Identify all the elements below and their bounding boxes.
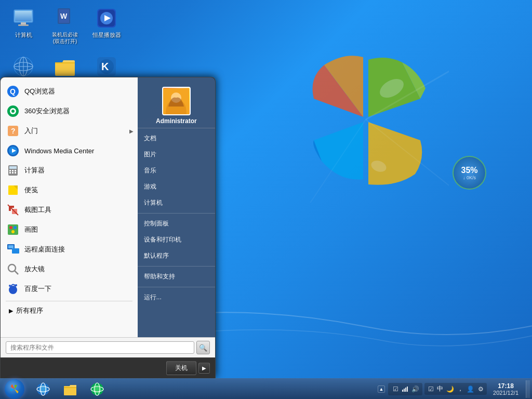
network-icon xyxy=(12,56,34,77)
menu-item-calculator[interactable]: 计算器 xyxy=(1,161,138,180)
menu-item-remote-desktop[interactable]: 远程桌面连接 xyxy=(1,240,138,259)
hengxing-label: 恒星播放器 xyxy=(92,31,121,38)
right-divider-3 xyxy=(138,287,215,287)
taskbar-programs xyxy=(30,380,110,398)
submenu-arrow: ▶ xyxy=(129,128,134,134)
word-doc-icon: W xyxy=(54,7,76,29)
right-menu-devices[interactable]: 设备和打印机 xyxy=(138,232,215,248)
ime-checkbox[interactable]: ☑ xyxy=(427,385,435,393)
taskbar-explorer[interactable] xyxy=(57,380,83,398)
svg-rect-43 xyxy=(15,172,16,174)
calculator-icon xyxy=(6,163,20,178)
menu-item-baidu[interactable]: 百度一下 xyxy=(1,279,138,299)
ime-bar: ☑ 中 🌙 ， 👤 ⚙ xyxy=(424,383,487,395)
notify-expand-button[interactable]: ▲ xyxy=(378,385,385,393)
right-menu-default-programs[interactable]: 默认程序 xyxy=(138,248,215,264)
right-menu-music[interactable]: 音乐 xyxy=(138,163,215,179)
svg-point-55 xyxy=(9,286,17,294)
computer-icon-label: 计算机 xyxy=(15,31,32,38)
spacer xyxy=(1,318,138,337)
tray-volume-icon[interactable]: 🔊 xyxy=(411,385,419,393)
net-speed-widget: 35% ↓ 0K/s xyxy=(453,156,486,190)
search-button[interactable]: 🔍 xyxy=(196,341,210,354)
svg-rect-22 xyxy=(55,62,75,63)
svg-rect-40 xyxy=(15,170,16,171)
desktop-icon-row-1: 计算机 W 装机后必读(双击打开) xyxy=(5,5,125,47)
shutdown-arrow-button[interactable]: ▶ xyxy=(198,363,210,374)
svg-rect-51 xyxy=(12,248,19,254)
svg-text:Q: Q xyxy=(10,87,16,96)
ime-gear-icon[interactable]: ⚙ xyxy=(476,385,485,393)
ime-moon-button[interactable]: 🌙 xyxy=(445,385,455,393)
menu-item-magnifier[interactable]: 放大镜 xyxy=(1,259,138,279)
show-desktop-button[interactable] xyxy=(526,380,530,398)
computer-icon xyxy=(12,7,34,29)
svg-rect-73 xyxy=(407,387,408,392)
right-menu-pictures[interactable]: 图片 xyxy=(138,147,215,163)
svg-point-48 xyxy=(14,226,17,229)
net-speed: ↓ 0K/s xyxy=(463,175,476,180)
taskbar-ie[interactable] xyxy=(30,380,56,398)
menu-item-paint[interactable]: 画图 xyxy=(1,220,138,240)
desktop: 35% ↓ 0K/s xyxy=(0,0,532,399)
menu-item-intro[interactable]: ? 入门 ▶ xyxy=(1,121,138,141)
menu-item-wmc[interactable]: Windows Media Center xyxy=(1,141,138,161)
intro-icon: ? xyxy=(6,124,20,138)
svg-rect-72 xyxy=(405,388,406,392)
menu-item-all-programs[interactable]: ▶ 所有程序 xyxy=(1,303,138,318)
svg-point-53 xyxy=(8,264,16,272)
baidu-icon xyxy=(6,282,20,296)
svg-rect-71 xyxy=(404,389,405,392)
windows-logo xyxy=(283,36,449,205)
user-profile: Administrator xyxy=(138,82,215,128)
shutdown-button[interactable]: 关机 xyxy=(166,361,196,375)
tray-network-icon[interactable] xyxy=(401,385,409,393)
paint-icon xyxy=(6,222,20,237)
right-menu-games[interactable]: 游戏 xyxy=(138,179,215,195)
right-menu-run[interactable]: 运行... xyxy=(138,289,215,305)
svg-point-49 xyxy=(11,230,15,233)
svg-rect-52 xyxy=(8,245,14,248)
taskbar-ie2[interactable] xyxy=(84,380,110,398)
ime-zh-button[interactable]: 中 xyxy=(436,384,444,394)
svg-line-54 xyxy=(15,271,18,274)
player-icon xyxy=(96,7,117,29)
search-input[interactable] xyxy=(6,341,194,354)
clock-time: 17:18 xyxy=(498,382,514,390)
music-icon: K xyxy=(96,56,117,77)
svg-rect-65 xyxy=(64,387,76,388)
right-menu-documents[interactable]: 文档 xyxy=(138,130,215,147)
right-menu-help[interactable]: 帮助和支持 xyxy=(138,269,215,285)
start-menu-right: Administrator 文档 图片 音乐 游戏 计算机 xyxy=(138,77,215,337)
menu-item-qq-browser[interactable]: Q QQ浏览器 xyxy=(1,82,138,101)
user-avatar[interactable] xyxy=(162,87,191,115)
remote-desktop-icon xyxy=(6,242,20,257)
net-percent: 35% xyxy=(461,166,477,175)
folder-icon xyxy=(54,56,76,77)
svg-rect-42 xyxy=(12,172,14,174)
clock-area[interactable]: 17:18 2021/12/1 xyxy=(489,381,523,397)
desktop-icon-install-readme[interactable]: W 装机后必读(双击打开) xyxy=(47,5,83,47)
desktop-icon-hengxing[interactable]: 恒星播放器 xyxy=(88,5,125,47)
svg-point-30 xyxy=(11,110,15,113)
taskbar-right: ▲ ☑ 🔊 ☑ 中 🌙 ， xyxy=(378,380,532,398)
install-readme-label: 装机后必读(双击打开) xyxy=(49,31,81,45)
ime-user-button[interactable]: 👤 xyxy=(466,385,475,393)
systray: ☑ 🔊 xyxy=(388,383,422,395)
ime-punctuation-button[interactable]: ， xyxy=(456,384,464,394)
svg-text:K: K xyxy=(101,61,109,72)
right-divider-1 xyxy=(138,213,215,214)
start-menu: Q QQ浏览器 360安全浏览器 xyxy=(0,77,216,378)
svg-rect-70 xyxy=(402,390,403,392)
triangle-icon: ▶ xyxy=(9,308,13,314)
menu-item-360-browser[interactable]: 360安全浏览器 xyxy=(1,101,138,121)
desktop-icon-computer[interactable]: 计算机 xyxy=(5,5,42,47)
tray-checkbox-icon[interactable]: ☑ xyxy=(391,385,400,393)
menu-item-sticky-notes[interactable]: 便笺 xyxy=(1,180,138,200)
start-button[interactable] xyxy=(1,380,28,398)
right-menu-control-panel[interactable]: 控制面板 xyxy=(138,216,215,232)
menu-item-snipping-tool[interactable]: 截图工具 xyxy=(1,200,138,220)
right-menu-computer[interactable]: 计算机 xyxy=(138,195,215,211)
taskbar: ▲ ☑ 🔊 ☑ 中 🌙 ， xyxy=(0,378,532,399)
search-bar: 🔍 xyxy=(1,337,215,357)
